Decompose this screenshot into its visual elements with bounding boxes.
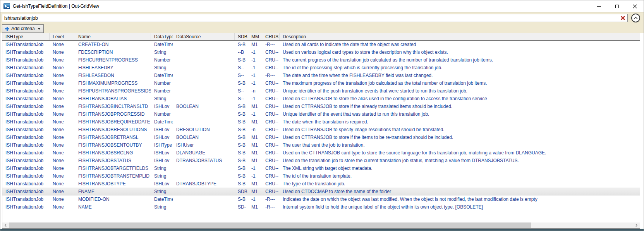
cell-description: The current progress of the translation …: [280, 56, 640, 64]
cell-mm: -n: [248, 87, 262, 95]
table-row[interactable]: ISHTranslationJob None FISHTRANSJOBTRANS…: [2, 172, 640, 180]
cell-description: Used on CTTRANSJOB to specify image reso…: [280, 126, 640, 133]
table-row[interactable]: ISHTranslationJob None FISHTRANSJOBRETRA…: [2, 133, 640, 141]
cell-description: Unique identifier of the push translatio…: [280, 87, 640, 95]
cell-sdb: S-B: [235, 110, 248, 118]
cell-ishtype: ISHTranslationJob: [2, 149, 50, 157]
column-header-sdb[interactable]: SDB: [235, 33, 248, 40]
column-header-datasource[interactable]: DataSource: [173, 33, 235, 40]
cell-name: FISHTRANSJOBRESOLUTIONS: [75, 126, 151, 133]
window-title: Get-IshTypeFieldDefinition | Out-GridVie…: [13, 3, 99, 9]
scrollbar-track[interactable]: [531, 222, 633, 228]
table-row[interactable]: ISHTranslationJob None FISHTRANSJOBREQUI…: [2, 118, 640, 126]
column-header-description[interactable]: Description: [280, 33, 640, 40]
cell-ishtype: ISHTranslationJob: [2, 180, 50, 188]
add-criteria-button[interactable]: Add criteria: [2, 24, 44, 33]
table-row[interactable]: ISHTranslationJob None FISHLEASEDBY Stri…: [2, 64, 640, 72]
cell-crust: CRU--: [262, 118, 280, 126]
column-header-crust[interactable]: CRUST: [262, 33, 280, 40]
cell-sdb: S--: [235, 64, 248, 72]
table-row[interactable]: ISHTranslationJob None FISHTRANSJOBRESOL…: [2, 126, 640, 133]
table-row[interactable]: ISHTranslationJob None NAME String SD- M…: [2, 203, 640, 211]
cell-name: FISHTRANSJOBSENTOUTBY: [75, 141, 151, 149]
cell-mm: M1: [248, 188, 262, 195]
table-row[interactable]: ISHTranslationJob None FDESCRIPTION Stri…: [2, 48, 640, 56]
cell-datasource: [173, 95, 235, 103]
cell-datasource: [173, 118, 235, 126]
cell-datatype: Number: [151, 110, 173, 118]
cell-sdb: S--: [235, 87, 248, 95]
cell-mm: M1: [248, 133, 262, 141]
table-row[interactable]: ISHTranslationJob None FISHTRANSJOBSRCLN…: [2, 149, 640, 157]
cell-description: The id of the translation template.: [280, 172, 640, 180]
cell-crust: CRU--: [262, 87, 280, 95]
table-row[interactable]: ISHTranslationJob None FISHTRANSJOBALIAS…: [2, 95, 640, 103]
cell-datasource: DTRANSJOBTYPE: [173, 180, 235, 188]
cell-crust: CRU--: [262, 157, 280, 164]
cell-ishtype: ISHTranslationJob: [2, 195, 50, 203]
table-row[interactable]: ISHTranslationJob None FISHTRANSJOBSTATU…: [2, 157, 640, 164]
filter-input[interactable]: [2, 14, 628, 22]
cell-mm: -1: [248, 48, 262, 56]
cell-level: None: [50, 188, 75, 195]
cell-description: Used on CTTRANSJOB to store if the items…: [280, 133, 640, 141]
cell-ishtype: ISHTranslationJob: [2, 203, 50, 211]
table-row[interactable]: ISHTranslationJob None FISHCURRENTPROGRE…: [2, 56, 640, 64]
table-row[interactable]: ISHTranslationJob None FISHTRANSJOBSENTO…: [2, 141, 640, 149]
cell-name: FISHPUSHTRANSPROGRESSIDS: [75, 87, 151, 95]
cell-datatype: ISHLov: [151, 149, 173, 157]
titlebar: Get-IshTypeFieldDefinition | Out-GridVie…: [0, 0, 644, 12]
collapse-filter-button[interactable]: [631, 14, 640, 22]
table-row[interactable]: ISHTranslationJob None FISHLEASEDON Date…: [2, 72, 640, 79]
cell-ishtype: ISHTranslationJob: [2, 164, 50, 172]
cell-crust: CRU--: [262, 164, 280, 172]
powershell-gridview-icon: [3, 3, 10, 9]
cell-crust: -R---: [262, 195, 280, 203]
table-row[interactable]: ISHTranslationJob None FISHTRANSJOBTYPE …: [2, 180, 640, 188]
cell-description: Used on CTTRANSJOB to store if the alrea…: [280, 103, 640, 110]
table-row[interactable]: ISHTranslationJob None FNAME String SDB …: [2, 188, 640, 195]
cell-ishtype: ISHTranslationJob: [2, 41, 50, 48]
cell-datatype: ISHLov: [151, 157, 173, 164]
cell-datatype: DateTime: [151, 72, 173, 79]
close-icon: [633, 4, 637, 9]
cell-description: Used on various logical card types to st…: [280, 48, 640, 56]
clear-filter-icon[interactable]: [620, 15, 625, 21]
scroll-left-button[interactable]: [2, 222, 9, 228]
table-row[interactable]: ISHTranslationJob None FISHTRANSJOBTARGE…: [2, 164, 640, 172]
column-header-mm[interactable]: MM: [248, 33, 262, 40]
cell-mm: -1: [248, 195, 262, 203]
scrollbar-thumb[interactable]: [9, 222, 531, 228]
column-header-name[interactable]: Name: [75, 33, 151, 40]
cell-sdb: S-B: [235, 195, 248, 203]
cell-level: None: [50, 141, 75, 149]
column-header-level[interactable]: Level: [50, 33, 75, 40]
cell-sdb: S-B: [235, 41, 248, 48]
table-row[interactable]: ISHTranslationJob None FISHTRANSJOBPROGR…: [2, 110, 640, 118]
cell-datasource: [173, 79, 235, 87]
cell-name: FISHCURRENTPROGRESS: [75, 56, 151, 64]
cell-mm: M1: [248, 41, 262, 48]
scroll-right-button[interactable]: [633, 222, 640, 228]
cell-crust: CRU--: [262, 110, 280, 118]
filter-panel: Add criteria: [0, 12, 644, 33]
cell-mm: -1: [248, 56, 262, 64]
table-row[interactable]: ISHTranslationJob None FISHTRANSJOBINCLT…: [2, 103, 640, 110]
minimize-button[interactable]: [590, 1, 608, 12]
cell-name: FISHTRANSJOBTYPE: [75, 180, 151, 188]
cell-name: FISHTRANSJOBTARGETFIELDS: [75, 164, 151, 172]
cell-datasource: [173, 203, 235, 211]
maximize-button[interactable]: [608, 1, 626, 12]
table-row[interactable]: ISHTranslationJob None FISHMAXIMUMPROGRE…: [2, 79, 640, 87]
table-row[interactable]: ISHTranslationJob None FISHPUSHTRANSPROG…: [2, 87, 640, 95]
cell-name: FISHTRANSJOBRETRANSL: [75, 133, 151, 141]
close-button[interactable]: [626, 1, 644, 12]
table-row[interactable]: ISHTranslationJob None CREATED-ON DateTi…: [2, 41, 640, 48]
table-row[interactable]: ISHTranslationJob None MODIFIED-ON DateT…: [2, 195, 640, 203]
cell-datatype: String: [151, 188, 173, 195]
cell-datasource: [173, 164, 235, 172]
cell-mm: -1: [248, 172, 262, 180]
column-header-ishtype[interactable]: ISHType: [2, 33, 50, 40]
column-header-datatype[interactable]: DataType: [151, 33, 173, 40]
horizontal-scrollbar[interactable]: [2, 222, 640, 228]
